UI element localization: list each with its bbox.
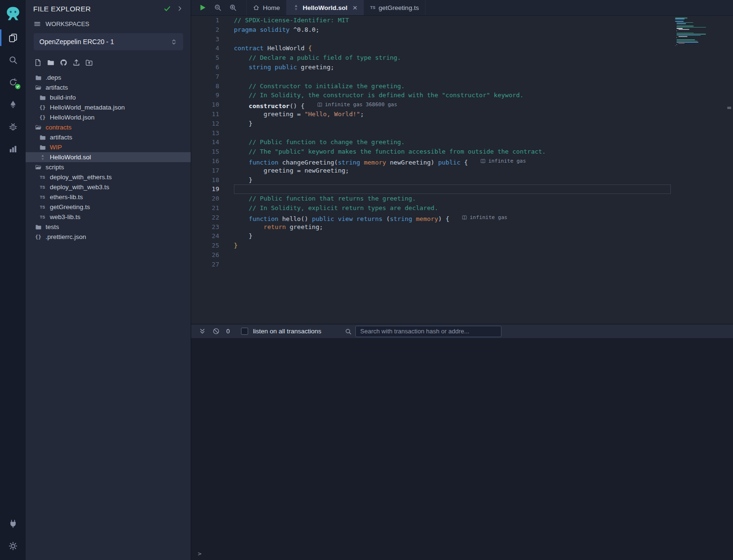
code-line: 14 // Public function to change the gree… <box>191 138 733 147</box>
file-explorer-header: FILE EXPLORER <box>26 0 191 17</box>
tree-item-label: .prettierrc.json <box>46 233 86 240</box>
tree-item-label: HelloWorld.sol <box>50 154 91 161</box>
toggle-terminal-button[interactable] <box>199 328 206 335</box>
tree-item-getgreeting-ts[interactable]: TSgetGreeting.ts <box>26 202 191 212</box>
activity-bar-top <box>0 27 26 160</box>
code-line: 17 greeting = newGreeting; <box>191 166 733 175</box>
search-icon <box>9 55 18 64</box>
listen-checkbox[interactable] <box>241 328 248 335</box>
activity-solidity-compiler[interactable] <box>0 71 26 93</box>
tree-item-deploy-with-web3-ts[interactable]: TSdeploy_with_web3.ts <box>26 182 191 192</box>
zoom-out-button[interactable] <box>210 0 225 15</box>
upload-file-icon <box>73 59 80 66</box>
remix-logo-icon <box>5 6 21 21</box>
code-line: 5 // Declare a public field of type stri… <box>191 53 733 63</box>
terminal-search-input[interactable] <box>355 326 501 337</box>
tree-item-deps[interactable]: .deps <box>26 73 191 83</box>
code-line: 27 <box>191 260 733 269</box>
upload-folder-icon <box>85 59 93 66</box>
folder-icon <box>34 224 42 230</box>
tree-item-helloworld-sol[interactable]: HelloWorld.sol <box>26 152 191 162</box>
create-new-file-button[interactable] <box>34 59 42 66</box>
workspace-sort-icon <box>170 38 177 46</box>
publish-to-gist-button[interactable] <box>60 59 67 66</box>
line-content: // Declare a public field of type string… <box>219 53 733 63</box>
ts-icon: TS <box>38 175 46 180</box>
line-content: // The "public" keyword makes the functi… <box>219 147 733 156</box>
create-new-folder-button[interactable] <box>47 59 55 66</box>
tree-item-helloworld-json[interactable]: {}HelloWorld.json <box>26 112 191 122</box>
accept-icon[interactable] <box>164 5 171 12</box>
activity-bar-bottom <box>0 513 26 560</box>
line-number: 26 <box>191 250 219 260</box>
line-number: 4 <box>191 44 219 53</box>
code-line: 19 <box>191 184 733 194</box>
clear-console-button[interactable] <box>213 328 220 335</box>
terminal[interactable]: > <box>191 338 733 560</box>
code-line: 25} <box>191 241 733 250</box>
terminal-prompt: > <box>198 550 202 557</box>
activity-debugger[interactable] <box>0 116 26 138</box>
zoom-in-button[interactable] <box>225 0 241 15</box>
activity-plugin-manager[interactable] <box>0 138 26 160</box>
chevron-right-icon[interactable] <box>176 5 183 12</box>
terminal-toolbar: 0 listen on all transactions <box>191 324 733 338</box>
code-line: 4contract HelloWorld { <box>191 44 733 53</box>
code-line: 10 constructor() {infinite gas 368600 ga… <box>191 100 733 110</box>
tab-label: HelloWorld.sol <box>303 4 347 11</box>
tabs: HomeHelloWorld.sol×TSgetGreeting.ts <box>246 0 426 15</box>
workspace-select[interactable]: OpenZeppelin ERC20 - 1 <box>34 33 183 50</box>
tree-item-web3-lib-ts[interactable]: TSweb3-lib.ts <box>26 212 191 222</box>
tree-item-deploy-with-ethers-ts[interactable]: TSdeploy_with_ethers.ts <box>26 172 191 182</box>
line-number: 18 <box>191 175 219 185</box>
minimap[interactable] <box>675 18 707 49</box>
tree-item-label: tests <box>46 223 59 230</box>
line-content: function changeGreeting(string memory ne… <box>219 156 733 166</box>
folderopen-icon <box>34 124 42 131</box>
upload-file-button[interactable] <box>73 59 80 66</box>
tree-item-scripts[interactable]: scripts <box>26 162 191 172</box>
code-line: 11 greeting = "Hello, World!"; <box>191 110 733 119</box>
tree-item-wip[interactable]: WIP <box>26 142 191 152</box>
activity-plugin-connect[interactable] <box>0 513 26 535</box>
line-content: greeting = newGreeting; <box>219 166 733 175</box>
tree-item-label: deploy_with_ethers.ts <box>50 174 112 181</box>
tree-item-contracts[interactable]: contracts <box>26 122 191 132</box>
tab-helloworld-sol[interactable]: HelloWorld.sol× <box>287 0 364 15</box>
workspaces-label: WORKSPACES <box>46 20 89 28</box>
tree-item-prettierrc-json[interactable]: {}.prettierrc.json <box>26 232 191 242</box>
tab-home[interactable]: Home <box>246 0 287 15</box>
upload-folder-button[interactable] <box>85 59 93 66</box>
gas-book-icon <box>480 158 486 164</box>
activity-deploy-and-run[interactable] <box>0 93 26 116</box>
editor-controls <box>191 0 241 15</box>
tree-item-label: artifacts <box>46 84 68 91</box>
tree-item-label: .deps <box>46 74 61 81</box>
close-icon[interactable]: × <box>353 4 357 12</box>
code-line: 1// SPDX-License-Identifier: MIT <box>191 16 733 25</box>
tab-getgreeting-ts[interactable]: TSgetGreeting.ts <box>364 0 426 15</box>
activity-file-explorer[interactable] <box>0 27 26 49</box>
tree-item-artifacts[interactable]: artifacts <box>26 132 191 142</box>
tree-item-tests[interactable]: tests <box>26 222 191 232</box>
line-number: 27 <box>191 260 219 269</box>
json-icon: {} <box>38 104 46 110</box>
line-content: pragma solidity ^0.8.0; <box>219 25 733 35</box>
code-line: 9 // In Solidity, the constructor is def… <box>191 91 733 100</box>
listen-label: listen on all transactions <box>253 328 321 335</box>
tree-item-build-info[interactable]: build-info <box>26 92 191 102</box>
file-explorer-panel: FILE EXPLORER WORKSPACES OpenZeppelin ER… <box>26 0 191 560</box>
tree-item-helloworld-metadata-json[interactable]: {}HelloWorld_metadata.json <box>26 102 191 112</box>
gas-estimate: infinite gas <box>480 156 526 166</box>
menu-icon[interactable] <box>34 20 41 28</box>
remix-logo-button[interactable] <box>0 0 26 27</box>
line-content <box>219 260 733 269</box>
run-script-button[interactable] <box>195 0 210 15</box>
tree-item-ethers-lib-ts[interactable]: TSethers-lib.ts <box>26 192 191 202</box>
code-line: 3 <box>191 35 733 44</box>
tree-item-label: artifacts <box>50 134 72 141</box>
tree-item-artifacts[interactable]: artifacts <box>26 83 191 92</box>
code-editor[interactable]: 1// SPDX-License-Identifier: MIT2pragma … <box>191 16 733 324</box>
activity-settings[interactable] <box>0 535 26 557</box>
activity-search[interactable] <box>0 49 26 71</box>
